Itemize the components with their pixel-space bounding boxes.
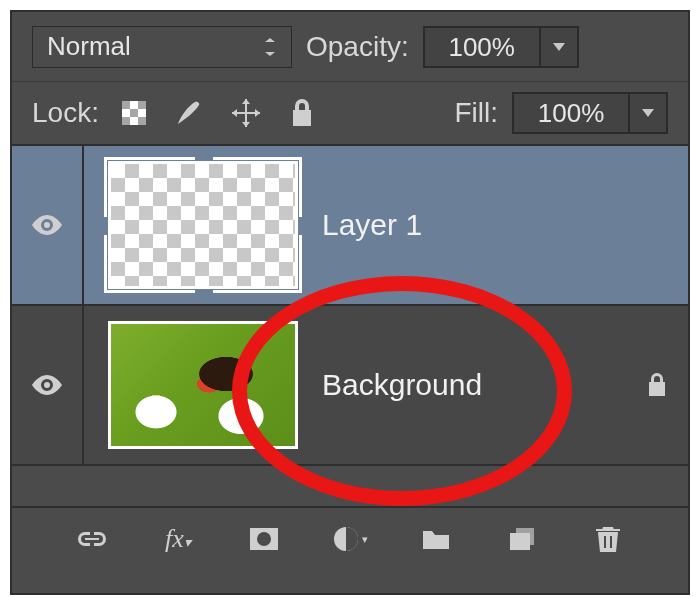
opacity-dropdown-button[interactable] [541,26,579,68]
new-layer-button[interactable] [501,518,543,560]
chevron-down-icon [642,109,654,117]
layer-name[interactable]: Background [322,368,482,402]
fill-input[interactable]: 100% [512,92,630,134]
lock-icon [646,372,668,398]
fill-label: Fill: [454,97,498,129]
adjustment-layer-button[interactable]: ▾ [329,518,371,560]
lock-all-button[interactable] [281,92,323,134]
selection-marquee [104,157,302,293]
lock-label: Lock: [32,97,99,129]
eye-icon [29,373,65,397]
svg-rect-2 [138,101,146,109]
layers-list: Layer 1 Background [12,146,688,506]
eye-icon [29,213,65,237]
chevron-down-icon [263,38,277,56]
svg-point-6 [44,222,50,228]
chevron-down-icon [553,43,565,51]
visibility-toggle[interactable] [12,146,84,304]
fill-dropdown-button[interactable] [630,92,668,134]
delete-layer-button[interactable] [587,518,629,560]
svg-rect-4 [122,117,130,125]
link-layers-button[interactable] [71,518,113,560]
blend-mode-value: Normal [47,31,131,62]
lock-fill-row: Lock: Fill: 100% [12,82,688,146]
layers-panel: Normal Opacity: 100% Lock: Fill: 100% [10,10,690,595]
layer-style-button[interactable]: fx▾ [157,518,199,560]
opacity-input[interactable]: 100% [423,26,541,68]
visibility-toggle[interactable] [12,306,84,464]
layer-name[interactable]: Layer 1 [322,208,422,242]
lock-position-button[interactable] [225,92,267,134]
svg-rect-5 [138,117,146,125]
layer-thumbnail[interactable] [108,161,298,289]
layer-row[interactable]: Layer 1 [12,146,688,306]
blend-opacity-row: Normal Opacity: 100% [12,12,688,82]
lock-transparency-button[interactable] [113,92,155,134]
lock-pixels-button[interactable] [169,92,211,134]
layer-row[interactable]: Background [12,306,688,466]
layer-toolbar: fx▾ ▾ [12,506,688,570]
layer-thumbnail[interactable] [108,321,298,449]
svg-point-9 [257,532,271,546]
svg-rect-3 [130,109,138,117]
svg-rect-12 [604,536,606,548]
new-group-button[interactable] [415,518,457,560]
svg-point-7 [44,382,50,388]
svg-rect-11 [510,533,530,550]
layer-mask-button[interactable] [243,518,285,560]
opacity-label: Opacity: [306,31,409,63]
blend-mode-select[interactable]: Normal [32,26,292,68]
svg-rect-1 [122,101,130,109]
svg-rect-13 [610,536,612,548]
